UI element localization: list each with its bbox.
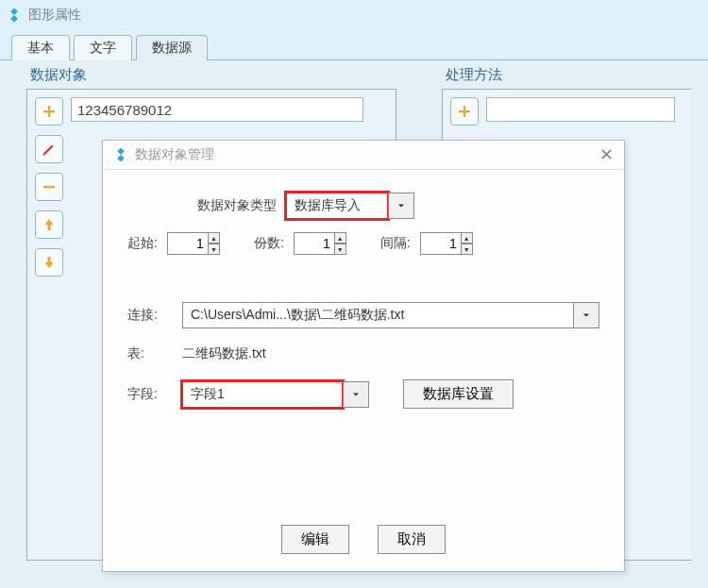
tab-strip: 基本 文字 数据源 <box>0 30 708 60</box>
conn-label: 连接: <box>127 307 173 324</box>
edit-button[interactable]: 编辑 <box>281 525 349 554</box>
dialog-titlebar: 数据对象管理 ✕ <box>103 141 624 170</box>
db-settings-button[interactable]: 数据库设置 <box>403 379 514 409</box>
edit-pen-button[interactable] <box>35 135 63 163</box>
cancel-button[interactable]: 取消 <box>378 525 446 554</box>
tab-basic[interactable]: 基本 <box>11 35 70 60</box>
count-spinner[interactable]: ▲▼ <box>294 232 346 255</box>
count-label: 份数: <box>254 235 284 252</box>
dialog-app-icon <box>112 146 129 163</box>
app-icon <box>6 7 23 24</box>
add-button[interactable] <box>35 97 63 126</box>
close-icon[interactable]: ✕ <box>598 146 615 163</box>
group-data-obj-label: 数据对象 <box>30 66 87 84</box>
table-label: 表: <box>127 345 173 362</box>
move-down-button[interactable] <box>35 248 63 277</box>
field-value: 字段1 <box>182 381 343 408</box>
conn-value: C:\Users\Admi...\数据\二维码数据.txt <box>182 302 573 328</box>
interval-input[interactable] <box>420 232 462 255</box>
method-list-area <box>486 97 675 122</box>
start-spinner[interactable]: ▲▼ <box>167 232 220 255</box>
conn-dropdown-arrow[interactable] <box>573 302 599 328</box>
start-up[interactable]: ▲ <box>209 232 220 244</box>
dialog-title: 数据对象管理 <box>135 146 214 163</box>
type-label: 数据对象类型 <box>197 197 277 214</box>
conn-dropdown[interactable]: C:\Users\Admi...\数据\二维码数据.txt <box>182 302 599 328</box>
field-dropdown-arrow[interactable] <box>343 381 369 408</box>
interval-up[interactable]: ▲ <box>462 232 473 244</box>
remove-button[interactable] <box>35 173 63 201</box>
window-titlebar: 图形属性 <box>0 0 708 30</box>
window-title: 图形属性 <box>28 7 81 24</box>
field-dropdown[interactable]: 字段1 <box>182 381 369 408</box>
count-up[interactable]: ▲ <box>335 232 346 244</box>
method-toolbar <box>450 97 479 126</box>
side-toolbar <box>35 97 63 277</box>
group-method-label: 处理方法 <box>446 66 502 84</box>
start-down[interactable]: ▼ <box>209 244 220 255</box>
type-dropdown[interactable]: 数据库导入 <box>286 193 414 219</box>
start-label: 起始: <box>127 235 158 252</box>
interval-spinner[interactable]: ▲▼ <box>420 232 473 255</box>
table-value: 二维码数据.txt <box>182 345 266 362</box>
tab-datasource[interactable]: 数据源 <box>136 35 208 60</box>
type-dropdown-arrow[interactable] <box>388 193 414 219</box>
data-obj-input[interactable] <box>71 97 363 122</box>
dialog-body: 数据对象类型 数据库导入 起始: ▲▼ 份数: ▲▼ 间隔: <box>103 170 624 418</box>
data-obj-manage-dialog: 数据对象管理 ✕ 数据对象类型 数据库导入 起始: ▲▼ 份数: <box>102 140 625 572</box>
interval-label: 间隔: <box>380 235 411 252</box>
interval-down[interactable]: ▼ <box>462 244 473 255</box>
type-value: 数据库导入 <box>286 193 388 219</box>
field-label: 字段: <box>127 386 173 403</box>
method-add-button[interactable] <box>450 97 479 126</box>
move-up-button[interactable] <box>35 210 63 239</box>
count-input[interactable] <box>294 232 335 255</box>
tab-text[interactable]: 文字 <box>74 35 132 60</box>
dialog-footer: 编辑 取消 <box>103 525 624 554</box>
start-input[interactable] <box>167 232 209 255</box>
count-down[interactable]: ▼ <box>335 244 346 255</box>
